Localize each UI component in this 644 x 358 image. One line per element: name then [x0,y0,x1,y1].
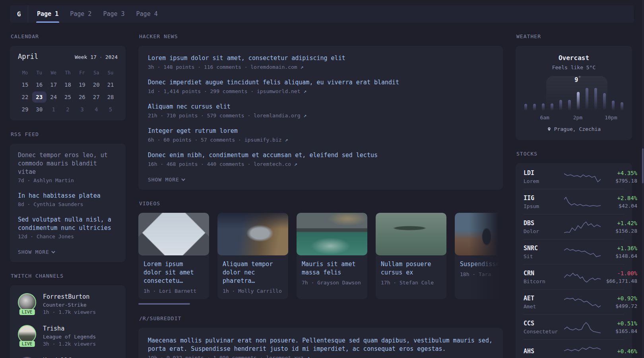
right-column: WEATHER Overcast Feels like 5°C 9°6am2pm… [516,23,632,358]
tab-page-4[interactable]: Page 4 [136,5,158,23]
twitch-channel-row: LIVETrishaLeague of Legends3h · 1.2k vie… [18,325,118,347]
video-title-link[interactable]: Nullam posuere cursus ex [381,260,441,277]
video-thumbnail[interactable] [217,213,288,255]
video-card[interactable]: Aliquam tempor dolor nec pharetra…1h · M… [217,213,288,299]
story-title-link[interactable]: Donec enim nibh, condimentum et accumsan… [148,151,493,160]
subreddit-widget: Maecenas mollis pulvinar erat non posuer… [138,328,503,358]
story-title-link[interactable]: Lorem ipsum dolor sit amet, consectetur … [148,54,493,62]
video-thumbnail[interactable] [376,213,446,255]
video-meta: 17h · Stefan Cole [381,280,441,286]
middle-column: HACKER NEWS Lorem ipsum dolor sit amet, … [138,23,503,358]
story-domain-link[interactable]: loremlandia.org ↗ [254,113,306,119]
hacker-news-widget: Lorem ipsum dolor sit amet, consectetur … [138,46,503,190]
stock-row[interactable]: CRNBitcorn-1.00%$66,171.48 [524,264,624,289]
page-scrollbar-track [642,0,644,358]
hackernews-show-more-button[interactable]: SHOW MORE [148,177,185,183]
videos-scrollbar-thumb[interactable] [138,303,190,305]
rss-item-title-link[interactable]: In hac habitasse platea [18,192,118,200]
stock-change-percent: +0.92% [601,295,637,302]
video-card[interactable]: Mauris sit amet massa felis7h · Grayson … [297,213,367,299]
stock-price: $156.28 [601,228,637,234]
stock-row[interactable]: DBSDolor+1.42%$156.28 [524,214,624,239]
post-domain-link[interactable]: loremnet.xyz ↗ [266,355,310,358]
stock-row[interactable]: CCSConsectetur+0.51%$165.84 [524,314,624,339]
dashboard: CALENDAR April Week 17·2024 MoTuWeThFrSa… [0,23,644,358]
calendar-day: 5 [103,104,118,115]
rss-item-meta: 7d · Ashlyn Martin [18,177,118,183]
calendar-month: April [18,53,38,60]
stock-price: $499.72 [601,303,637,309]
tab-page-2[interactable]: Page 2 [70,5,91,23]
rss-show-more-button[interactable]: SHOW MORE [18,249,55,255]
video-card[interactable]: Suspendisse diam18h · Tara [455,213,503,299]
stock-identity: AETAmet [524,295,564,309]
temperature-bar [559,100,562,111]
stock-sparkline [564,171,601,183]
stock-row[interactable]: IIGIpsum+2.84%$42.04 [524,189,624,214]
story-meta-text: 21h · 710 points · 579 comments · [148,113,254,119]
stock-values: +2.84%$42.04 [601,195,637,209]
temperature-bar [568,100,571,111]
calendar-day: 27 [89,91,103,103]
channel-name-link[interactable]: ForrestBurton [43,293,96,300]
video-card[interactable]: Nullam posuere cursus ex17h · Stefan Col… [376,213,446,299]
story-title-link[interactable]: Aliquam nec cursus elit [148,103,493,111]
video-meta: 7h · Grayson Dawson [302,280,362,286]
external-link-icon: ↗ [306,355,310,358]
story-title-link[interactable]: Donec imperdiet augue tincidunt felis al… [148,78,493,87]
tab-page-3[interactable]: Page 3 [103,5,124,23]
external-link-icon: ↗ [301,64,304,70]
story-domain-link[interactable]: ipsumify.biz ↗ [244,137,288,143]
home-logo[interactable]: G [10,5,28,23]
stock-row[interactable]: AETAmet+0.92%$499.72 [524,289,624,314]
rss-item-title-link[interactable]: Donec tempor eros leo, ut commodo mauris… [18,151,118,176]
stock-row[interactable]: AHS+0.46% [524,339,624,358]
video-title-link[interactable]: Aliquam tempor dolor nec pharetra… [223,260,283,285]
calendar-day: 25 [61,91,75,103]
calendar-day: 4 [89,104,103,115]
weather-feels-like: Feels like 5°C [524,64,624,70]
live-badge: LIVE [19,309,35,315]
channel-category-link[interactable]: League of Legends [43,334,96,340]
video-thumbnail[interactable] [455,213,503,255]
story-domain-link[interactable]: loremdomain.com ↗ [250,64,303,70]
calendar-day: 2 [61,104,75,115]
video-title-link[interactable]: Lorem ipsum dolor sit amet consectetu… [144,260,204,285]
story-meta: 16h · 468 points · 440 comments · loremt… [148,161,493,167]
channel-category-link[interactable]: Counter-Strike [43,302,96,308]
rss-item: In hac habitasse platea8d · Cynthia Saun… [18,192,118,207]
live-badge: LIVE [19,341,35,347]
calendar-day: 29 [18,104,32,115]
page-scrollbar-thumb[interactable] [642,148,644,183]
videos-carousel: Lorem ipsum dolor sit amet consectetu…1h… [138,213,503,299]
rss-item-title-link[interactable]: Sed volutpat nulla nisl, a condimentum n… [18,216,118,232]
story-domain-link[interactable]: ipsumworld.net ↗ [257,88,306,94]
video-thumbnail[interactable] [297,213,367,255]
section-title-rss: RSS FEED [11,131,126,137]
channel-name-link[interactable]: Trisha [43,325,96,332]
video-title-link[interactable]: Mauris sit amet massa felis [302,260,362,277]
calendar-day: 19 [75,79,89,90]
stock-row[interactable]: SNRCSit+1.36%$148.64 [524,239,624,264]
stock-symbol: LDI [524,169,564,177]
stock-symbol: CRN [524,270,564,277]
stock-name: Bitcorn [524,278,564,284]
story-title-link[interactable]: Integer eget rutrum lorem [148,127,493,135]
calendar-header: April Week 17·2024 [18,53,118,60]
tab-page-1[interactable]: Page 1 [37,5,58,23]
stock-symbol: AET [524,295,564,302]
video-thumbnail[interactable] [138,213,209,255]
post-title-link[interactable]: Maecenas mollis pulvinar erat non posuer… [148,337,493,353]
stock-values: +4.35%$795.18 [601,170,637,184]
degree-symbol: ° [578,75,581,81]
channel-meta: 3h · 1.2k viewers [43,341,96,347]
stock-row[interactable]: LDILorem+4.35%$795.18 [524,164,624,189]
temperature-bar [524,104,527,111]
stock-price: $148.64 [601,253,637,259]
hour-axis-label: 10pm [605,115,617,121]
video-card[interactable]: Lorem ipsum dolor sit amet consectetu…1h… [138,213,209,299]
left-column: CALENDAR April Week 17·2024 MoTuWeThFrSa… [10,23,126,358]
story-domain-link[interactable]: loremtech.co ↗ [254,161,297,167]
subreddit-post: Maecenas mollis pulvinar erat non posuer… [148,337,493,358]
video-title-link[interactable]: Suspendisse diam [460,260,503,268]
